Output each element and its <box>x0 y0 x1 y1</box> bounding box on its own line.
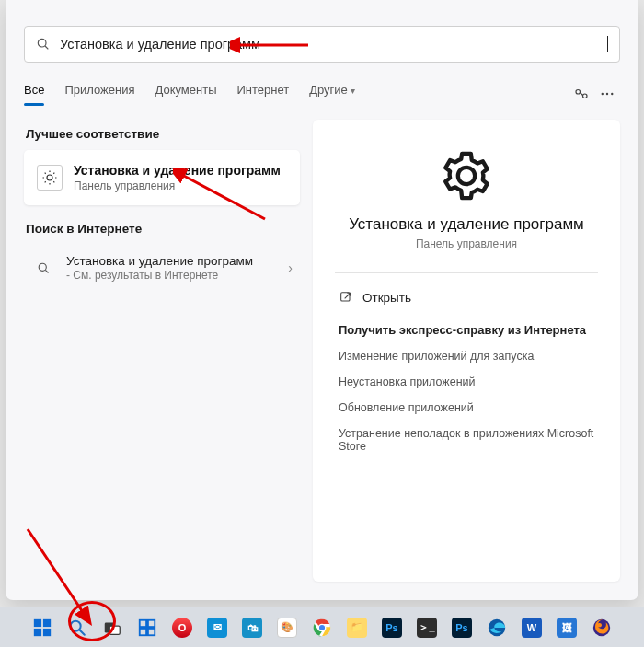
search-input[interactable] <box>60 37 607 52</box>
detail-title: Установка и удаление программ <box>349 215 584 234</box>
search-icon <box>67 618 87 638</box>
open-icon <box>339 290 353 305</box>
taskbar-app-photoshop[interactable]: Ps <box>377 613 407 642</box>
gear-icon <box>440 149 493 202</box>
tab-documents[interactable]: Документы <box>155 83 216 106</box>
svg-line-15 <box>80 630 85 634</box>
detail-hero: Установка и удаление программ Панель упр… <box>339 140 594 272</box>
svg-rect-18 <box>140 619 146 626</box>
task-view-button[interactable] <box>98 613 127 642</box>
svg-point-5 <box>606 93 608 95</box>
taskbar-app-word[interactable]: W <box>517 613 546 642</box>
search-web-heading: Поиск в Интернете <box>26 222 300 236</box>
mail-icon: ✉ <box>207 618 227 638</box>
svg-rect-19 <box>148 619 155 626</box>
task-view-icon <box>102 618 122 638</box>
svg-point-14 <box>71 620 81 630</box>
more-options-button[interactable] <box>594 81 620 107</box>
result-title: Установка и удаление программ <box>74 163 281 178</box>
chevron-right-icon: › <box>288 260 293 275</box>
svg-point-7 <box>39 263 46 271</box>
taskbar-app-photoshop-2[interactable]: Ps <box>447 613 477 642</box>
taskbar-app-paint[interactable]: 🎨 <box>272 613 302 642</box>
svg-rect-13 <box>43 628 51 635</box>
help-link[interactable]: Изменение приложений для запуска <box>339 350 594 363</box>
search-box[interactable] <box>24 26 620 63</box>
help-heading: Получить экспресс-справку из Интернета <box>339 323 594 337</box>
taskbar-app-terminal[interactable]: ＞_ <box>412 613 442 642</box>
svg-point-3 <box>583 94 588 98</box>
divider <box>335 272 598 273</box>
results-content: Лучшее соответствие Установка и удаление… <box>6 107 638 600</box>
edge-icon <box>487 618 507 638</box>
taskbar-app-store[interactable]: 🛍 <box>237 613 267 642</box>
taskbar-app-chrome[interactable] <box>307 613 337 642</box>
photoshop-icon: Ps <box>382 618 402 638</box>
folder-icon: 📁 <box>347 618 367 638</box>
opera-icon: O <box>172 618 192 638</box>
help-link[interactable]: Обновление приложений <box>339 401 594 414</box>
web-result-subtitle: - См. результаты в Интернете <box>66 269 277 282</box>
svg-point-2 <box>576 90 581 95</box>
text-caret <box>607 36 608 52</box>
results-list: Лучшее соответствие Установка и удаление… <box>24 120 300 582</box>
windows-logo-icon <box>32 618 52 638</box>
taskbar-app-photos[interactable]: 🖼 <box>552 613 581 642</box>
taskbar-search-button[interactable] <box>63 613 92 642</box>
svg-rect-10 <box>34 618 41 626</box>
svg-rect-9 <box>341 293 350 301</box>
connect-devices-icon[interactable] <box>569 81 594 107</box>
result-subtitle: Панель управления <box>74 179 281 192</box>
tab-all[interactable]: Все <box>24 83 44 106</box>
search-icon <box>36 37 51 52</box>
photoshop-icon: Ps <box>452 618 472 638</box>
best-match-heading: Лучшее соответствие <box>26 127 300 141</box>
chevron-down-icon: ▾ <box>351 86 355 96</box>
web-result-title: Установка и удаление программ <box>66 254 277 268</box>
svg-point-4 <box>602 93 604 95</box>
taskbar-app-explorer[interactable]: 📁 <box>342 613 372 642</box>
svg-rect-17 <box>109 626 120 634</box>
svg-point-0 <box>38 39 46 47</box>
taskbar-app-firefox[interactable] <box>587 613 616 642</box>
web-search-result[interactable]: Установка и удаление программ - См. резу… <box>24 245 300 291</box>
paint-icon: 🎨 <box>277 618 297 638</box>
terminal-icon: ＞_ <box>417 618 437 638</box>
ellipsis-icon <box>599 86 615 102</box>
tab-web[interactable]: Интернет <box>236 83 289 106</box>
open-label: Открыть <box>362 291 411 305</box>
gear-icon <box>37 165 63 191</box>
svg-line-1 <box>45 46 48 49</box>
search-box-container <box>6 0 638 74</box>
taskbar-app-opera[interactable]: O <box>167 613 197 642</box>
detail-subtitle: Панель управления <box>416 237 517 250</box>
svg-rect-20 <box>140 628 146 634</box>
svg-rect-12 <box>34 628 41 635</box>
chrome-icon <box>312 618 332 638</box>
tab-apps[interactable]: Приложения <box>64 83 134 106</box>
photos-icon: 🖼 <box>557 618 577 638</box>
tab-more[interactable]: Другие▾ <box>309 83 355 106</box>
svg-rect-11 <box>43 618 51 626</box>
taskbar-app-widgets[interactable] <box>132 613 162 642</box>
taskbar-app-mail[interactable]: ✉ <box>202 613 232 642</box>
detail-pane: Установка и удаление программ Панель упр… <box>313 120 620 582</box>
help-link[interactable]: Неустановка приложений <box>339 375 594 388</box>
search-icon <box>31 261 55 275</box>
taskbar: O ✉ 🛍 🎨 📁 Ps ＞_ Ps W 🖼 <box>0 607 644 647</box>
help-link[interactable]: Устранение неполадок в приложениях Micro… <box>339 427 594 453</box>
start-search-panel: Все Приложения Документы Интернет Другие… <box>6 0 638 600</box>
svg-rect-21 <box>148 628 155 634</box>
taskbar-app-edge[interactable] <box>482 613 512 642</box>
open-action[interactable]: Открыть <box>339 290 594 305</box>
firefox-icon <box>592 618 612 638</box>
filter-tabs: Все Приложения Документы Интернет Другие… <box>6 74 638 107</box>
word-icon: W <box>522 618 542 638</box>
best-match-result[interactable]: Установка и удаление программ Панель упр… <box>24 150 300 205</box>
start-button[interactable] <box>28 613 57 642</box>
widgets-icon <box>137 618 157 638</box>
store-icon: 🛍 <box>242 618 262 638</box>
svg-line-8 <box>45 270 48 272</box>
svg-point-6 <box>611 93 613 95</box>
